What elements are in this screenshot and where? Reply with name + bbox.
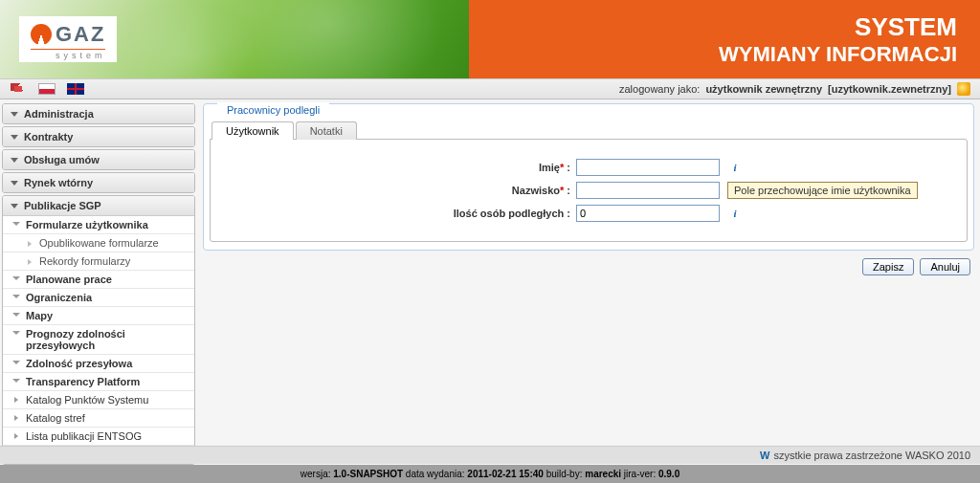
arrow-right-icon (14, 397, 18, 403)
sidebar-sub-ograniczenia[interactable]: Ograniczenia (3, 289, 194, 307)
button-label: Anuluj (930, 261, 960, 273)
sidebar-item-label: Transparency Platform (26, 376, 140, 387)
chevron-down-icon (11, 181, 18, 186)
chevron-down-icon (11, 158, 18, 163)
sidebar-sub-zdolnosc[interactable]: Zdolność przesyłowa (3, 355, 194, 373)
logged-user-name: użytkownik zewnętrzny (705, 83, 822, 95)
chevron-down-icon (12, 313, 20, 317)
tab-label: Użytkownik (226, 125, 279, 137)
sidebar-item-label: Kontrakty (24, 131, 73, 143)
tabs: Użytkownik Notatki (212, 121, 968, 140)
sidebar-sub-katalog-punktow[interactable]: Katalog Punktów Systemu (3, 391, 194, 409)
info-icon[interactable] (727, 206, 743, 221)
sidebar-item-label: Publikacje SGP (24, 200, 101, 211)
jira-val: 0.9.0 (658, 469, 679, 479)
sidebar-item-label: Rekordy formularzy (39, 255, 130, 267)
chevron-down-icon (11, 135, 18, 140)
input-nazwisko[interactable] (576, 182, 720, 199)
banner-left: GAZ system (0, 0, 469, 78)
sidebar: Administracja Kontrakty Obsługa umów Ryn… (2, 103, 195, 483)
banner-line2: WYMIANY INFORMACJI (719, 42, 957, 67)
ver-val: 1.0-SNAPSHOT (333, 469, 403, 479)
sidebar-item-label: Formularze użytkownika (26, 219, 148, 231)
row-ilosc: Ilość osób podległych : (222, 205, 955, 222)
tab-notatki[interactable]: Notatki (296, 121, 357, 140)
sidebar-item-label: Mapy (26, 310, 53, 321)
sidebar-item-label: Zdolność przesyłowa (26, 358, 132, 369)
sidebar-sub-opublikowane-formularze[interactable]: Opublikowane formularze (3, 234, 194, 252)
sidebar-item-label: Opublikowane formularze (39, 237, 159, 249)
sidebar-item-obsluga-umow[interactable]: Obsługa umów (3, 150, 194, 169)
home-icon[interactable] (10, 83, 27, 95)
login-status: zalogowany jako: użytkownik zewnętrzny [… (619, 82, 970, 96)
flag-pl-icon[interactable] (38, 83, 56, 95)
sidebar-item-label: Ograniczenia (26, 292, 92, 303)
sidebar-item-label: Rynek wtórny (24, 177, 93, 188)
footer-rights-text: szystkie prawa zastrzeżone WASKO 2010 (773, 450, 970, 461)
sidebar-sub-planowane[interactable]: Planowane prace (3, 271, 194, 289)
build-val: marecki (585, 469, 621, 479)
logo-subtext: system (31, 49, 105, 60)
chevron-down-icon (11, 112, 18, 117)
tooltip-imie: Pole przechowujące imie użytkownika (727, 182, 918, 199)
sidebar-item-label: Katalog Punktów Systemu (26, 394, 148, 406)
jira-key: jira-ver: (624, 469, 656, 479)
sidebar-item-label: Administracja (24, 108, 94, 120)
button-label: Zapisz (873, 261, 903, 273)
sidebar-item-label: Prognozy zdolności przesyłowych (26, 328, 125, 351)
sidebar-item-rynek-wtorny[interactable]: Rynek wtórny (3, 173, 194, 192)
sidebar-item-kontrakty[interactable]: Kontrakty (3, 127, 194, 146)
chevron-down-icon (12, 331, 20, 335)
logo: GAZ system (19, 16, 117, 62)
sidebar-sub-rekordy-formularzy[interactable]: Rekordy formularzy (3, 252, 194, 271)
row-imie: Imię* : (222, 159, 955, 176)
sidebar-sub-mapy[interactable]: Mapy (3, 307, 194, 325)
flag-en-icon[interactable] (67, 83, 84, 95)
footer-rights: Wszystkie prawa zastrzeżone WASKO 2010 (0, 446, 980, 464)
sidebar-item-label: Planowane prace (26, 274, 112, 285)
label-imie: Imię* : (222, 162, 576, 173)
cancel-button[interactable]: Anuluj (920, 258, 970, 275)
chevron-down-icon (12, 379, 20, 383)
chevron-down-icon (12, 295, 20, 298)
logo-glyph-icon (31, 24, 52, 45)
sidebar-sub-lista-entsog[interactable]: Lista publikacji ENTSOG (3, 428, 194, 446)
top-toolbar: zalogowany jako: użytkownik zewnętrzny [… (0, 78, 980, 99)
build-key: build-by: (546, 469, 583, 479)
chevron-down-icon (12, 222, 20, 226)
logged-user-login: [uzytkownik.zewnetrzny] (828, 83, 951, 95)
sidebar-item-publikacje-sgp[interactable]: Publikacje SGP (3, 196, 194, 216)
date-key: data wydania: (406, 469, 465, 479)
chevron-down-icon (12, 361, 20, 364)
sidebar-sub-prognozy[interactable]: Prognozy zdolności przesyłowych (3, 325, 194, 355)
chevron-down-icon (11, 204, 18, 209)
sidebar-sub-transparency[interactable]: Transparency Platform (3, 373, 194, 391)
sidebar-sub-formularze[interactable]: Formularze użytkownika (3, 216, 194, 234)
chevron-down-icon (12, 276, 20, 280)
logged-prefix: zalogowany jako: (619, 83, 700, 95)
form-panel: Pracownicy podlegli Użytkownik Notatki I… (203, 103, 974, 251)
tab-uzytkownik[interactable]: Użytkownik (212, 121, 294, 140)
app-banner: GAZ system SYSTEM WYMIANY INFORMACJI (0, 0, 980, 78)
tab-label: Notatki (310, 125, 343, 137)
arrow-right-icon (14, 415, 18, 421)
logout-icon[interactable] (957, 82, 970, 96)
sidebar-item-label: Obsługa umów (24, 154, 100, 165)
save-button[interactable]: Zapisz (862, 258, 914, 275)
sidebar-item-label: Lista publikacji ENTSOG (26, 430, 142, 442)
footer-version: wersja: 1.0-SNAPSHOT data wydania: 2011-… (0, 465, 980, 483)
sidebar-sub-katalog-stref[interactable]: Katalog stref (3, 409, 194, 428)
sidebar-group-publikacje-sgp: Publikacje SGP Formularze użytkownika Op… (2, 195, 195, 465)
row-nazwisko: Nazwisko* : Pole przechowujące imie użyt… (222, 182, 955, 199)
ver-key: wersja: (301, 469, 331, 479)
input-imie[interactable] (576, 159, 720, 176)
banner-line1: SYSTEM (855, 12, 957, 42)
form-actions: Zapisz Anuluj (203, 258, 974, 275)
sidebar-item-administracja[interactable]: Administracja (3, 104, 194, 123)
panel-legend: Pracownicy podlegli (217, 102, 329, 116)
input-ilosc[interactable] (576, 205, 720, 222)
date-val: 2011-02-21 15:40 (467, 469, 544, 479)
logo-text: GAZ (56, 22, 105, 47)
label-nazwisko: Nazwisko* : (222, 185, 576, 196)
info-icon[interactable] (727, 160, 743, 175)
